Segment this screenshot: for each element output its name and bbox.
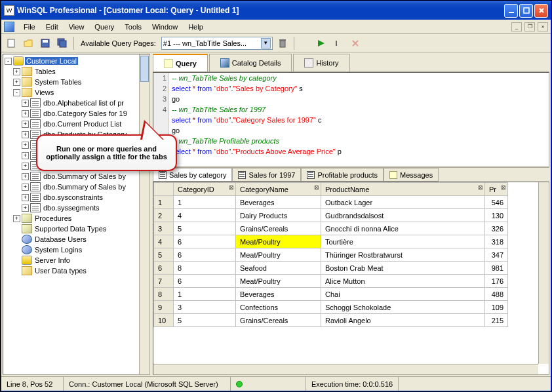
table-icon bbox=[30, 203, 41, 212]
mdi-restore[interactable]: ❐ bbox=[524, 22, 535, 31]
table-row[interactable]: 68SeafoodBoston Crab Meat981 bbox=[154, 262, 508, 275]
column-header[interactable]: Pr⊠ bbox=[485, 183, 508, 196]
tree-toggle[interactable]: + bbox=[22, 121, 29, 128]
tree-item[interactable]: Supported Data Types bbox=[5, 224, 148, 234]
tree-toggle[interactable]: + bbox=[13, 68, 20, 75]
messages-icon bbox=[389, 171, 397, 179]
menu-view[interactable]: View bbox=[64, 22, 90, 32]
tab-history[interactable]: History bbox=[293, 54, 349, 71]
menu-file[interactable]: File bbox=[18, 22, 41, 32]
sql-editor[interactable]: 1234 -- wn_TabTitle Sales by categorysel… bbox=[153, 72, 549, 167]
svg-rect-0 bbox=[509, 12, 514, 13]
result-tab-messages[interactable]: Messages bbox=[384, 168, 439, 182]
tree-root[interactable]: - Customer Local bbox=[5, 56, 148, 66]
column-close-icon[interactable]: ⊠ bbox=[229, 184, 234, 191]
tree-toggle[interactable]: + bbox=[22, 142, 29, 149]
column-header[interactable]: CategoryID⊠ bbox=[174, 183, 236, 196]
open-button[interactable] bbox=[21, 36, 35, 50]
tree-item[interactable]: -Views bbox=[5, 87, 148, 98]
minimize-button[interactable] bbox=[504, 4, 518, 18]
editor-code[interactable]: -- wn_TabTitle Sales by categoryselect *… bbox=[169, 73, 549, 167]
menu-query[interactable]: Query bbox=[89, 22, 119, 32]
column-close-icon[interactable]: ⊠ bbox=[314, 184, 319, 191]
svg-rect-2 bbox=[8, 39, 14, 47]
tree-item[interactable]: +dbo.syssegments bbox=[5, 203, 148, 213]
tab-query[interactable]: Query bbox=[153, 54, 208, 71]
table-row[interactable]: 24Dairy ProductsGudbrandsdalsost130 bbox=[154, 209, 508, 222]
tree-item[interactable]: +System Tables bbox=[5, 77, 148, 87]
database-icon bbox=[13, 56, 24, 66]
tree-toggle[interactable]: + bbox=[22, 173, 29, 180]
db-icon bbox=[22, 256, 32, 265]
tree-item[interactable]: System Logins bbox=[5, 245, 148, 255]
column-close-icon[interactable]: ⊠ bbox=[501, 184, 506, 191]
save-button[interactable] bbox=[38, 36, 52, 50]
run-step-button[interactable] bbox=[331, 36, 345, 50]
tree-toggle[interactable]: + bbox=[22, 131, 29, 138]
column-close-icon[interactable]: ⊠ bbox=[478, 184, 483, 191]
svg-rect-6 bbox=[60, 41, 66, 47]
mdi-icon bbox=[4, 22, 14, 32]
maximize-button[interactable] bbox=[519, 4, 533, 18]
tree-item[interactable]: Server Info bbox=[5, 255, 148, 265]
saveall-button[interactable] bbox=[55, 36, 69, 50]
tree-toggle[interactable]: + bbox=[22, 194, 29, 201]
tree-item[interactable]: +dbo.Current Product List bbox=[5, 119, 148, 129]
pages-dropdown[interactable]: #1 --- wn_TabTitle Sales... ▼ bbox=[161, 37, 273, 50]
tree-pane: - Customer Local +Tables+System Tables-V… bbox=[3, 54, 150, 375]
tree-item[interactable]: User Data types bbox=[5, 265, 148, 276]
table-icon bbox=[30, 109, 41, 118]
table-row[interactable]: 76Meat/PoultryAlice Mutton176 bbox=[154, 275, 508, 288]
stop-button[interactable] bbox=[348, 36, 363, 50]
results-grid[interactable]: CategoryID⊠CategoryName⊠ProductName⊠Pr⊠1… bbox=[153, 182, 549, 375]
grid-scrollbar-h[interactable] bbox=[153, 364, 538, 374]
tree-toggle[interactable]: + bbox=[22, 184, 29, 191]
menu-window[interactable]: Window bbox=[147, 22, 183, 32]
status-led-cell bbox=[231, 377, 306, 391]
svg-rect-4 bbox=[43, 40, 48, 43]
tree-item[interactable]: Database Users bbox=[5, 234, 148, 245]
column-header[interactable]: CategoryName⊠ bbox=[236, 183, 321, 196]
tree-item[interactable]: +Tables bbox=[5, 66, 148, 77]
table-row[interactable]: 81BeveragesChai488 bbox=[154, 288, 508, 301]
tree-toggle[interactable]: - bbox=[13, 89, 20, 96]
table-row[interactable]: 46Meat/PoultryTourtière318 bbox=[154, 235, 508, 248]
result-tab-sales-for-1997[interactable]: Sales for 1997 bbox=[232, 168, 301, 182]
tree-toggle[interactable]: + bbox=[22, 163, 29, 170]
mdi-minimize[interactable]: _ bbox=[511, 22, 522, 31]
table-row[interactable]: 93ConfectionsSchoggi Schokolade109 bbox=[154, 301, 508, 314]
menu-tools[interactable]: Tools bbox=[119, 22, 147, 32]
tree-toggle[interactable]: + bbox=[22, 152, 29, 159]
tree-toggle[interactable]: + bbox=[22, 100, 29, 107]
history-icon bbox=[304, 58, 313, 68]
run-button[interactable] bbox=[314, 36, 328, 50]
tree-toggle[interactable]: + bbox=[13, 79, 20, 86]
tree-item[interactable]: +dbo.Alphabetical list of pr bbox=[5, 98, 148, 108]
tab-catalog-details[interactable]: Catalog Details bbox=[209, 54, 292, 71]
table-row[interactable]: 56Meat/PoultryThüringer Rostbratwurst347 bbox=[154, 248, 508, 262]
table-row[interactable]: 35Grains/CerealsGnocchi di nonna Alice32… bbox=[154, 222, 508, 235]
tree-scrollbar[interactable] bbox=[139, 54, 149, 374]
grid-scrollbar-v[interactable] bbox=[538, 182, 549, 364]
tree-item[interactable]: +dbo.Summary of Sales by bbox=[5, 171, 148, 182]
tree-item[interactable]: +dbo.Category Sales for 19 bbox=[5, 108, 148, 119]
tree-toggle[interactable]: - bbox=[5, 58, 12, 65]
result-tab-profitable-products[interactable]: Profitable products bbox=[301, 168, 384, 182]
tree-toggle[interactable]: + bbox=[22, 110, 29, 117]
tree-toggle[interactable]: + bbox=[22, 205, 29, 212]
tree-item[interactable]: +dbo.sysconstraints bbox=[5, 192, 148, 203]
table-row[interactable]: 105Grains/CerealsRavioli Angelo215 bbox=[154, 314, 508, 327]
close-button[interactable] bbox=[534, 4, 548, 18]
menu-help[interactable]: Help bbox=[183, 22, 208, 32]
titlebar[interactable]: W WinSQL Professional - [Customer Local:… bbox=[1, 1, 551, 20]
table-row[interactable]: 11BeveragesOutback Lager546 bbox=[154, 196, 508, 209]
column-header[interactable]: ProductName⊠ bbox=[321, 183, 485, 196]
delete-page-button[interactable] bbox=[275, 36, 290, 50]
mdi-close[interactable]: × bbox=[538, 22, 548, 31]
new-button[interactable] bbox=[4, 36, 18, 50]
table-icon bbox=[30, 172, 41, 181]
menu-edit[interactable]: Edit bbox=[41, 22, 64, 32]
tree-toggle[interactable]: + bbox=[13, 215, 20, 222]
tree-item[interactable]: +dbo.Summary of Sales by bbox=[5, 182, 148, 192]
tree-item[interactable]: +Procedures bbox=[5, 213, 148, 224]
